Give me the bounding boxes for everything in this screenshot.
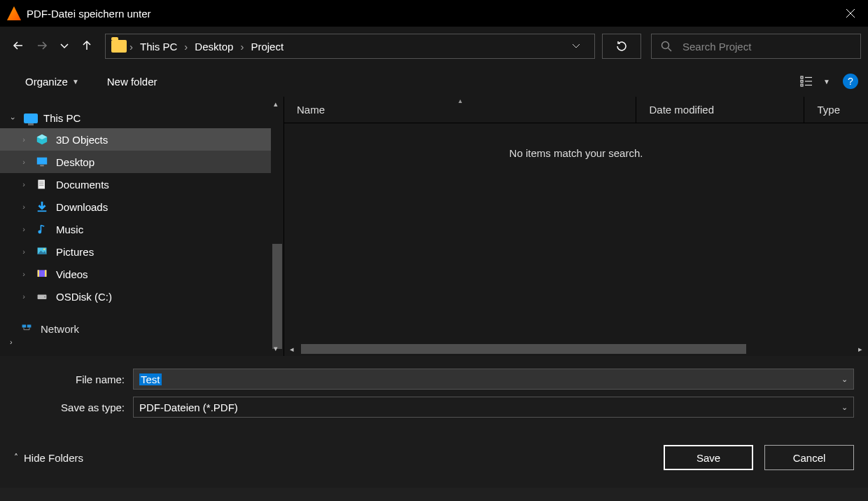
tree-scrollbar[interactable]: ▴ ▾ — [271, 97, 284, 356]
chevron-right-icon: › — [10, 338, 13, 346]
chevron-down-icon[interactable]: ⌄ — [841, 403, 848, 412]
caret-down-icon: ▼ — [823, 78, 830, 85]
videos-icon — [35, 268, 49, 280]
svg-point-22 — [38, 231, 41, 234]
help-button[interactable]: ? — [843, 74, 858, 89]
filetype-select[interactable]: PDF-Dateien (*.PDF) ⌄ — [133, 397, 854, 418]
tree-item-documents[interactable]: › Documents — [0, 173, 284, 195]
breadcrumb-segment[interactable]: Desktop — [188, 41, 240, 53]
filetype-label: Save as type: — [14, 402, 133, 413]
new-folder-label: New folder — [107, 76, 158, 88]
svg-line-6 — [668, 48, 672, 52]
svg-rect-17 — [38, 180, 45, 189]
horizontal-scrollbar[interactable]: ◂ ▸ — [284, 342, 868, 356]
tree-item-label: Videos — [56, 268, 88, 280]
tree-item-network[interactable]: Network — [0, 317, 284, 340]
organize-button[interactable]: Organize ▼ — [20, 71, 85, 92]
scroll-up-icon: ▴ — [274, 99, 278, 109]
svg-rect-32 — [27, 324, 31, 327]
scroll-thumb[interactable] — [301, 344, 746, 354]
cancel-button[interactable]: Cancel — [764, 445, 854, 470]
new-folder-button[interactable]: New folder — [102, 71, 163, 92]
svg-point-30 — [44, 296, 46, 298]
search-icon — [660, 40, 673, 53]
tree-item-3d-objects[interactable]: › 3D Objects — [0, 128, 284, 151]
arrow-left-icon — [11, 39, 25, 53]
svg-point-25 — [43, 249, 45, 250]
column-header-label: Type — [817, 104, 840, 116]
recent-locations-button[interactable] — [59, 40, 70, 53]
forward-button[interactable] — [35, 39, 49, 55]
network-icon — [20, 322, 34, 335]
chevron-right-icon: › — [20, 270, 28, 278]
column-header-date[interactable]: Date modified — [636, 97, 804, 123]
breadcrumb-root[interactable]: This PC — [133, 41, 184, 53]
scroll-right-icon: ▸ — [853, 345, 868, 354]
folder-icon — [111, 40, 127, 53]
filename-field[interactable]: Test ⌄ — [133, 369, 854, 390]
column-headers: ▴ Name Date modified Type — [284, 97, 868, 123]
toolbar: Organize ▼ New folder ▼ ? — [0, 66, 868, 97]
chevron-down-icon — [570, 40, 582, 51]
column-header-label: Date modified — [649, 104, 714, 116]
tree-item-label: Documents — [56, 179, 109, 191]
chevron-right-icon: › — [20, 203, 28, 211]
tree-item-label: Pictures — [56, 246, 94, 258]
close-icon — [845, 8, 856, 19]
tree-item-music[interactable]: › Music — [0, 218, 284, 240]
up-button[interactable] — [80, 39, 94, 55]
svg-rect-7 — [801, 76, 803, 78]
search-box[interactable] — [651, 34, 861, 59]
back-button[interactable] — [11, 39, 25, 55]
hide-folders-button[interactable]: ˄ Hide Folders — [14, 452, 83, 464]
folder-tree: › This PC › 3D Objects › Desktop › Docum… — [0, 97, 284, 356]
filename-input[interactable]: Test — [139, 373, 162, 385]
refresh-icon — [615, 40, 628, 53]
tree-item-label: Network — [41, 323, 79, 335]
view-options-button[interactable]: ▼ — [799, 74, 830, 88]
column-header-type[interactable]: Type — [804, 97, 868, 123]
arrow-right-icon — [35, 39, 49, 53]
chevron-right-icon: › — [20, 180, 28, 188]
title-bar: PDF-Datei speichern unter — [0, 0, 868, 27]
close-button[interactable] — [833, 0, 868, 27]
tree-item-desktop[interactable]: › Desktop — [0, 151, 284, 173]
tree-item-osdisk[interactable]: › OSDisk (C:) — [0, 285, 284, 308]
tree-item-label: 3D Objects — [56, 134, 108, 146]
app-icon — [7, 6, 21, 20]
tree-root-this-pc[interactable]: › This PC — [0, 108, 284, 128]
svg-rect-8 — [801, 81, 803, 83]
this-pc-icon — [24, 114, 38, 123]
filename-row: File name: Test ⌄ — [14, 369, 854, 390]
chevron-down-icon[interactable]: ⌄ — [841, 375, 848, 384]
refresh-button[interactable] — [602, 34, 641, 59]
tree-item-videos[interactable]: › Videos — [0, 263, 284, 285]
filename-label: File name: — [14, 373, 133, 385]
hide-folders-label: Hide Folders — [24, 452, 83, 464]
breadcrumb-segment[interactable]: Project — [244, 41, 290, 53]
address-bar[interactable]: › This PC › Desktop › Project — [105, 34, 595, 59]
tree-item-downloads[interactable]: › Downloads — [0, 195, 284, 218]
help-icon: ? — [848, 76, 853, 87]
nav-row: › This PC › Desktop › Project — [0, 27, 868, 66]
save-button[interactable]: Save — [664, 445, 753, 470]
scroll-down-icon: ▾ — [274, 344, 278, 353]
tree-root-label: This PC — [43, 112, 80, 124]
drive-icon — [35, 290, 49, 303]
filetype-value: PDF-Dateien (*.PDF) — [139, 402, 238, 413]
arrow-up-icon — [80, 39, 94, 53]
svg-rect-15 — [37, 158, 47, 165]
tree-item-pictures[interactable]: › Pictures — [0, 240, 284, 263]
documents-icon — [35, 178, 49, 191]
caret-down-icon: ▼ — [72, 78, 79, 85]
search-input[interactable] — [682, 41, 852, 53]
sort-indicator-icon: ▴ — [458, 97, 462, 104]
svg-rect-9 — [801, 84, 803, 86]
svg-rect-31 — [22, 324, 27, 327]
column-header-name[interactable]: ▴ Name — [284, 97, 636, 123]
chevron-right-icon: › — [20, 292, 28, 301]
scroll-thumb[interactable] — [272, 244, 282, 349]
main-area: › This PC › 3D Objects › Desktop › Docum… — [0, 97, 868, 356]
file-list-pane: ▴ Name Date modified Type No items match… — [284, 97, 868, 356]
address-dropdown[interactable] — [558, 40, 594, 53]
